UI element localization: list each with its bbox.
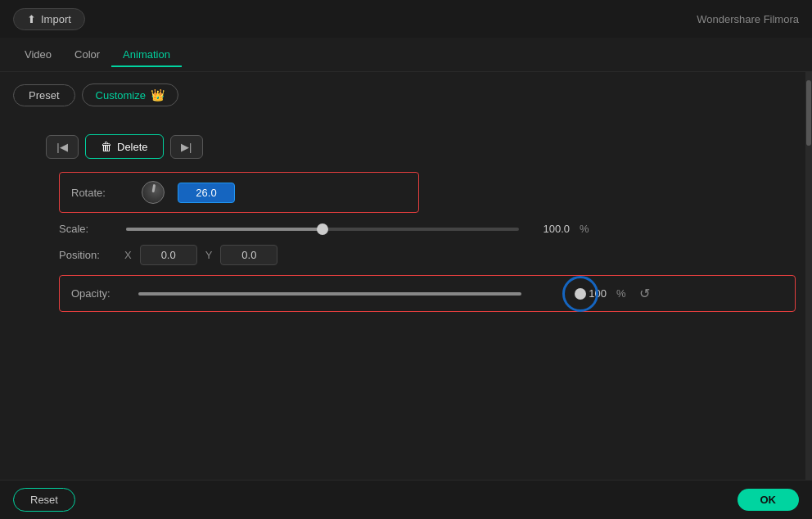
- scale-slider-track[interactable]: [126, 228, 519, 231]
- x-input[interactable]: [140, 245, 197, 265]
- y-label: Y: [205, 249, 213, 261]
- opacity-slider-fill: [138, 292, 521, 296]
- app-title: Wondershare Filmora: [697, 13, 799, 25]
- x-label: X: [124, 249, 132, 261]
- rotate-label: Rotate:: [71, 187, 129, 199]
- scale-slider-thumb[interactable]: [317, 223, 328, 235]
- opacity-slider-track[interactable]: [138, 292, 564, 296]
- opacity-unit: %: [616, 287, 626, 300]
- next-icon: ▶|: [181, 141, 192, 153]
- delete-button[interactable]: 🗑 Delete: [85, 134, 164, 159]
- rotate-row: Rotate:: [59, 172, 419, 213]
- opacity-reset-button[interactable]: ↺: [636, 284, 653, 303]
- import-label: Import: [41, 13, 71, 25]
- scale-label: Scale:: [59, 223, 116, 235]
- opacity-slider-thumb[interactable]: [575, 288, 586, 300]
- customize-label: Customize: [96, 89, 146, 102]
- tabs-row: Video Color Animation: [0, 38, 812, 72]
- bottom-bar: Reset OK: [0, 480, 812, 519]
- import-button[interactable]: ⬆ Import: [13, 8, 85, 30]
- scale-value: 100.0: [529, 223, 570, 235]
- prev-icon: |◀: [56, 141, 67, 153]
- trash-icon: 🗑: [101, 140, 112, 153]
- scale-unit: %: [580, 223, 589, 235]
- next-button[interactable]: ▶|: [170, 135, 203, 159]
- rotate-dial[interactable]: [142, 181, 165, 204]
- preset-button[interactable]: Preset: [13, 84, 75, 106]
- crown-icon: 👑: [151, 88, 165, 102]
- reset-icon: ↺: [639, 287, 650, 300]
- tab-animation[interactable]: Animation: [111, 42, 182, 67]
- import-icon: ⬆: [27, 13, 36, 25]
- opacity-row: Opacity: 100 % ↺: [59, 275, 796, 312]
- rotate-input[interactable]: [178, 183, 235, 203]
- prev-button[interactable]: |◀: [46, 135, 79, 159]
- customize-button[interactable]: Customize 👑: [82, 83, 178, 106]
- delete-label: Delete: [117, 141, 148, 153]
- scrollbar[interactable]: [805, 72, 812, 480]
- tab-color[interactable]: Color: [63, 42, 111, 67]
- toggle-row: Preset Customize 👑: [0, 72, 812, 118]
- y-input[interactable]: [220, 245, 277, 265]
- ok-button[interactable]: OK: [738, 489, 800, 511]
- main-content: |◀ 🗑 Delete ▶| Rotate: Scale: 100.0 %: [0, 118, 812, 320]
- scale-slider-fill: [126, 228, 323, 231]
- position-row: Position: X Y: [26, 245, 799, 265]
- scrollbar-thumb[interactable]: [806, 80, 811, 146]
- position-label: Position:: [59, 249, 116, 261]
- properties-section: Rotate: Scale: 100.0 % Position: X Y Opa…: [13, 172, 799, 312]
- tab-video[interactable]: Video: [13, 42, 63, 67]
- scale-row: Scale: 100.0 %: [26, 223, 799, 235]
- opacity-label: Opacity:: [71, 287, 129, 300]
- action-row: |◀ 🗑 Delete ▶|: [13, 134, 799, 159]
- reset-button[interactable]: Reset: [13, 488, 75, 512]
- top-bar: ⬆ Import Wondershare Filmora: [0, 0, 812, 38]
